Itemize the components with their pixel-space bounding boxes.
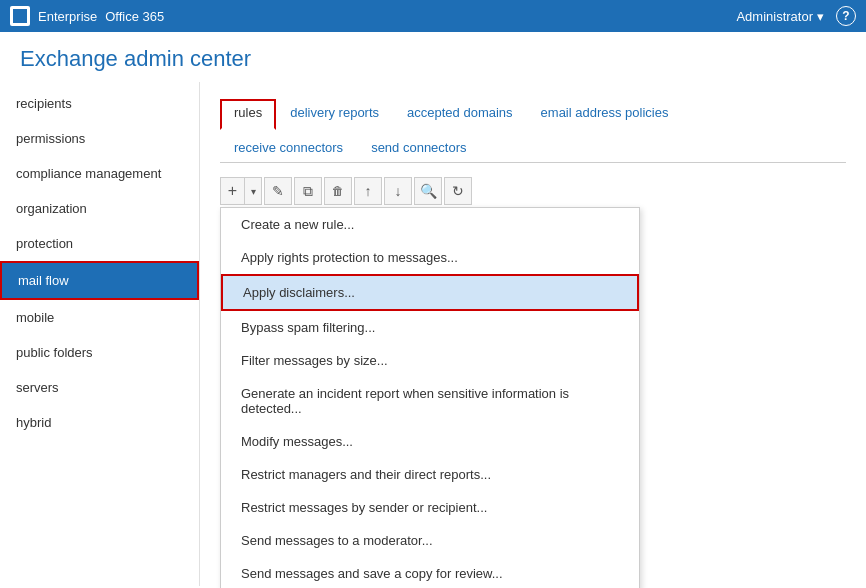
copy-icon: ⧉ [303, 183, 313, 200]
main-layout: recipients permissions compliance manage… [0, 82, 866, 586]
sidebar-item-hybrid[interactable]: hybrid [0, 405, 199, 440]
tab-email-address-policies[interactable]: email address policies [527, 99, 683, 130]
dropdown-item-send-to-moderator[interactable]: Send messages to a moderator... [221, 524, 639, 557]
tab-rules[interactable]: rules [220, 99, 276, 130]
tab-send-connectors[interactable]: send connectors [357, 134, 480, 163]
delete-button[interactable]: 🗑 [324, 177, 352, 205]
delete-icon: 🗑 [332, 184, 344, 198]
top-bar-right: Administrator ▾ ? [736, 6, 856, 26]
tab-accepted-domains[interactable]: accepted domains [393, 99, 527, 130]
search-button[interactable]: 🔍 [414, 177, 442, 205]
copy-button[interactable]: ⧉ [294, 177, 322, 205]
sidebar-item-mobile[interactable]: mobile [0, 300, 199, 335]
logo-inner [13, 9, 27, 23]
admin-button[interactable]: Administrator ▾ [736, 9, 824, 24]
app-logo [10, 6, 30, 26]
top-bar: Enterprise Office 365 Administrator ▾ ? [0, 0, 866, 32]
dropdown-item-restrict-managers[interactable]: Restrict managers and their direct repor… [221, 458, 639, 491]
dropdown-item-bypass-spam-filtering[interactable]: Bypass spam filtering... [221, 311, 639, 344]
move-down-button[interactable]: ↓ [384, 177, 412, 205]
tab-row-1: rules delivery reports accepted domains … [220, 98, 682, 129]
move-up-button[interactable]: ↑ [354, 177, 382, 205]
admin-chevron-icon: ▾ [817, 9, 824, 24]
dropdown-item-filter-messages-by-size[interactable]: Filter messages by size... [221, 344, 639, 377]
page-title-bar: Exchange admin center [0, 32, 866, 82]
sidebar-item-recipients[interactable]: recipients [0, 86, 199, 121]
sidebar-item-protection[interactable]: protection [0, 226, 199, 261]
sidebar-item-permissions[interactable]: permissions [0, 121, 199, 156]
admin-label: Administrator [736, 9, 813, 24]
refresh-icon: ↻ [452, 183, 464, 199]
sidebar: recipients permissions compliance manage… [0, 82, 200, 586]
search-icon: 🔍 [420, 183, 437, 199]
enterprise-label[interactable]: Enterprise [38, 9, 97, 24]
dropdown-item-apply-disclaimers[interactable]: Apply disclaimers... [221, 274, 639, 311]
dropdown-item-apply-rights-protection[interactable]: Apply rights protection to messages... [221, 241, 639, 274]
sidebar-item-servers[interactable]: servers [0, 370, 199, 405]
add-button-group[interactable]: + ▾ [220, 177, 262, 205]
add-dropdown-menu: Create a new rule... Apply rights protec… [220, 207, 640, 588]
sidebar-item-public-folders[interactable]: public folders [0, 335, 199, 370]
down-arrow-icon: ↓ [395, 183, 402, 199]
toolbar: + ▾ ✎ ⧉ 🗑 ↑ ↓ 🔍 ↻ [220, 177, 846, 205]
refresh-button[interactable]: ↻ [444, 177, 472, 205]
sidebar-item-compliance-management[interactable]: compliance management [0, 156, 199, 191]
add-arrow-button[interactable]: ▾ [245, 177, 261, 205]
dropdown-item-generate-incident-report[interactable]: Generate an incident report when sensiti… [221, 377, 639, 425]
edit-button[interactable]: ✎ [264, 177, 292, 205]
office365-label[interactable]: Office 365 [105, 9, 164, 24]
tab-receive-connectors[interactable]: receive connectors [220, 134, 357, 163]
dropdown-item-send-and-save-copy[interactable]: Send messages and save a copy for review… [221, 557, 639, 588]
page-title: Exchange admin center [20, 46, 846, 72]
help-button[interactable]: ? [836, 6, 856, 26]
add-plus-button[interactable]: + [221, 177, 245, 205]
content-area: rules delivery reports accepted domains … [200, 82, 866, 586]
tab-row-2: receive connectors send connectors [220, 133, 481, 162]
tab-bar: rules delivery reports accepted domains … [220, 98, 846, 163]
dropdown-item-modify-messages[interactable]: Modify messages... [221, 425, 639, 458]
dropdown-item-restrict-messages-by-sender[interactable]: Restrict messages by sender or recipient… [221, 491, 639, 524]
up-arrow-icon: ↑ [365, 183, 372, 199]
tab-delivery-reports[interactable]: delivery reports [276, 99, 393, 130]
top-bar-left: Enterprise Office 365 [10, 6, 164, 26]
dropdown-item-create-new-rule[interactable]: Create a new rule... [221, 208, 639, 241]
edit-icon: ✎ [272, 183, 284, 199]
sidebar-item-mail-flow[interactable]: mail flow [0, 261, 199, 300]
sidebar-item-organization[interactable]: organization [0, 191, 199, 226]
